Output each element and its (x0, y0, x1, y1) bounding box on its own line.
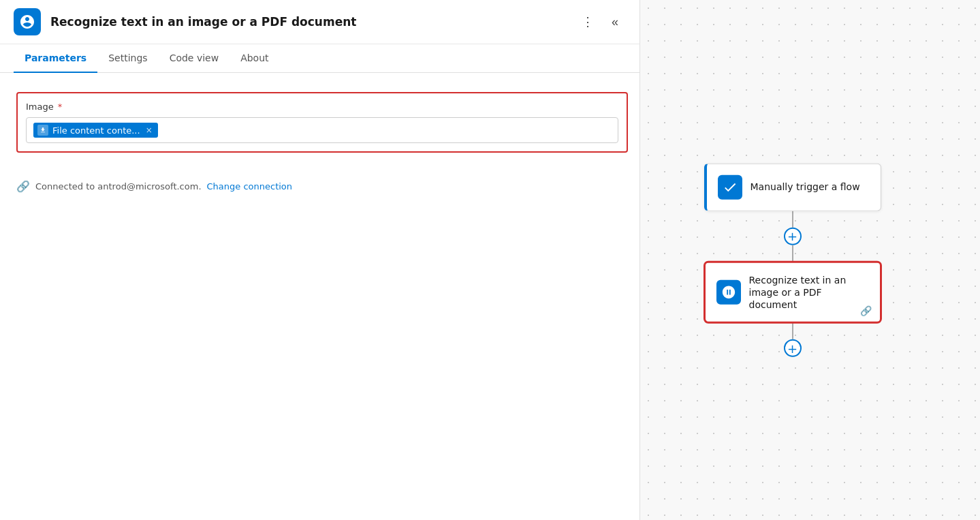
flow-canvas-panel: Manually trigger a flow + Recognize text… (640, 0, 980, 520)
connector-top: + (784, 211, 802, 261)
tab-settings[interactable]: Settings (97, 44, 158, 73)
tab-code-view[interactable]: Code view (159, 44, 230, 73)
required-marker: * (55, 102, 63, 112)
add-step-button-bottom[interactable]: + (784, 339, 802, 357)
add-step-button-top[interactable]: + (784, 227, 802, 245)
panel-header: Recognize text in an image or a PDF docu… (0, 0, 639, 44)
trigger-node-icon (718, 174, 742, 199)
token-icon-svg (39, 127, 46, 134)
tab-parameters[interactable]: Parameters (14, 44, 97, 73)
left-panel: Recognize text in an image or a PDF docu… (0, 0, 640, 520)
image-field-label: Image * (26, 102, 618, 112)
token-text: File content conte... (52, 125, 140, 136)
image-field-input[interactable]: File content conte... × (26, 117, 618, 143)
collapse-button[interactable]: « (604, 11, 626, 33)
token-close-button[interactable]: × (146, 125, 153, 135)
connector-line-mid (792, 245, 793, 261)
change-connection-link[interactable]: Change connection (207, 181, 293, 192)
trigger-node-label: Manually trigger a flow (750, 181, 860, 193)
image-field-section: Image * File content conte... × (16, 92, 628, 153)
token-icon (37, 125, 48, 136)
action-node[interactable]: Recognize text in an image or a PDF docu… (704, 261, 881, 323)
more-options-button[interactable]: ⋮ (577, 11, 599, 33)
app-icon (14, 8, 41, 35)
header-actions: ⋮ « (577, 11, 626, 33)
file-content-token[interactable]: File content conte... × (33, 123, 158, 138)
trigger-icon-svg (723, 179, 738, 194)
connector-line-bottom (792, 323, 793, 339)
connection-info: 🔗 Connected to antrod@microsoft.com. Cha… (16, 180, 623, 193)
action-icon-svg (721, 285, 736, 300)
connection-text: Connected to antrod@microsoft.com. (35, 181, 202, 192)
connector-bottom: + (784, 323, 802, 357)
action-node-label: Recognize text in an image or a PDF docu… (749, 273, 869, 311)
connector-line-top (792, 211, 793, 227)
node-link-icon: 🔗 (860, 305, 872, 316)
panel-body: Image * File content conte... × 🔗 Connec… (0, 73, 639, 520)
tab-about[interactable]: About (230, 44, 279, 73)
flow-canvas: Manually trigger a flow + Recognize text… (704, 163, 881, 357)
connection-link-icon: 🔗 (16, 180, 30, 193)
panel-title: Recognize text in an image or a PDF docu… (50, 15, 567, 29)
action-node-icon (716, 280, 741, 305)
trigger-node[interactable]: Manually trigger a flow (704, 163, 881, 211)
tabs-bar: Parameters Settings Code view About (0, 44, 639, 73)
app-icon-svg (19, 14, 35, 30)
